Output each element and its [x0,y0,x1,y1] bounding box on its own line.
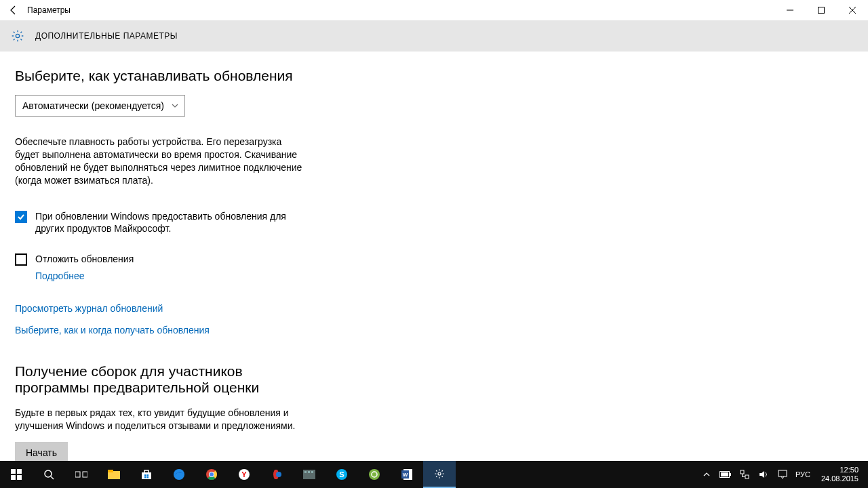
svg-text:S: S [339,470,344,479]
svg-rect-4 [11,475,16,480]
start-menu-button[interactable] [0,461,33,488]
chevron-down-icon [171,102,179,110]
maximize-button[interactable] [806,0,837,20]
volume-icon[interactable] [757,468,770,481]
choose-updates-link[interactable]: Выберите, как и когда получать обновлени… [15,325,210,336]
svg-rect-38 [730,473,731,476]
svg-rect-3 [17,469,22,474]
svg-rect-42 [778,470,787,476]
svg-text:W: W [403,472,408,478]
svg-rect-11 [142,472,151,479]
tray-chevron-up-icon[interactable] [701,468,713,481]
ccleaner-icon[interactable] [260,461,293,488]
svg-point-6 [45,470,52,477]
checkbox-defer-label: Отложить обновления [35,253,134,266]
dropdown-value: Автоматически (рекомендуется) [22,100,164,111]
svg-rect-0 [818,7,825,14]
svg-rect-40 [741,470,744,474]
svg-point-1 [16,34,19,37]
titlebar: Параметры [0,0,868,20]
gear-icon [11,29,24,43]
skype-icon[interactable]: S [326,461,358,488]
chrome-icon[interactable] [195,461,228,488]
language-indicator[interactable]: РУС [795,470,810,479]
svg-text:Y: Y [241,470,247,479]
svg-rect-12 [144,474,146,476]
store-icon[interactable] [130,461,163,488]
close-button[interactable] [837,0,868,20]
settings-icon[interactable] [423,461,456,488]
clock-time: 12:50 [821,466,859,474]
checkbox-other-products-row: При обновлении Windows предоставить обно… [15,210,307,236]
content-area: Выберите, как устанавливать обновления А… [0,52,868,461]
svg-rect-27 [308,471,310,473]
svg-rect-5 [17,475,22,480]
defer-more-link[interactable]: Подробнее [35,270,85,281]
battery-icon[interactable] [719,468,732,481]
update-mode-dropdown[interactable]: Автоматически (рекомендуется) [15,95,185,117]
word-icon[interactable]: W [391,461,423,488]
network-icon[interactable] [738,468,751,481]
window-title: Параметры [27,5,71,15]
clock-date: 24.08.2015 [821,474,859,483]
svg-rect-14 [144,476,146,479]
file-explorer-icon[interactable] [98,461,130,488]
search-button[interactable] [33,461,65,488]
svg-point-16 [174,469,184,480]
svg-rect-41 [745,475,749,479]
svg-rect-10 [108,470,113,472]
app-icon-grey[interactable] [293,461,326,488]
svg-rect-26 [304,471,307,473]
checkbox-defer-row: Отложить обновления [15,253,307,266]
page-header: ДОПОЛНИТЕЛЬНЫЕ ПАРАМЕТРЫ [0,20,868,52]
svg-rect-15 [147,476,149,479]
insider-section-title-l2: программы предварительной оценки [15,380,853,396]
action-center-icon[interactable] [776,468,789,481]
edge-icon[interactable] [163,461,195,488]
svg-rect-8 [83,472,87,477]
task-view-button[interactable] [65,461,98,488]
back-button[interactable] [0,0,27,20]
window-controls [774,0,868,20]
svg-point-24 [276,472,281,477]
minimize-button[interactable] [774,0,806,20]
svg-point-36 [438,472,441,475]
clock[interactable]: 12:50 24.08.2015 [817,466,863,483]
svg-rect-13 [147,474,149,476]
updates-section-title: Выберите, как устанавливать обновления [15,68,853,84]
taskbar: Y S W РУС 12:50 24.08.2 [0,461,868,488]
checkbox-defer[interactable] [15,253,27,266]
checkbox-other-products[interactable] [15,211,27,223]
svg-point-21 [210,472,214,476]
svg-rect-7 [75,472,80,477]
svg-point-31 [369,469,380,480]
system-tray: РУС 12:50 24.08.2015 [701,461,868,488]
page-heading: ДОПОЛНИТЕЛЬНЫЕ ПАРАМЕТРЫ [35,31,178,41]
app-icon-green[interactable] [358,461,391,488]
insider-section-title-l1: Получение сборок для участников [15,363,853,380]
svg-rect-39 [721,472,728,476]
view-history-link[interactable]: Просмотреть журнал обновлений [15,303,163,314]
updates-description: Обеспечьте плавность работы устройства. … [15,136,307,187]
svg-rect-2 [11,469,16,474]
svg-rect-28 [311,471,313,473]
start-button[interactable]: Начать [15,442,68,461]
yandex-icon[interactable]: Y [228,461,260,488]
insider-description: Будьте в первых рядах тех, кто увидит бу… [15,407,307,432]
checkbox-other-products-label: При обновлении Windows предоставить обно… [35,210,307,236]
